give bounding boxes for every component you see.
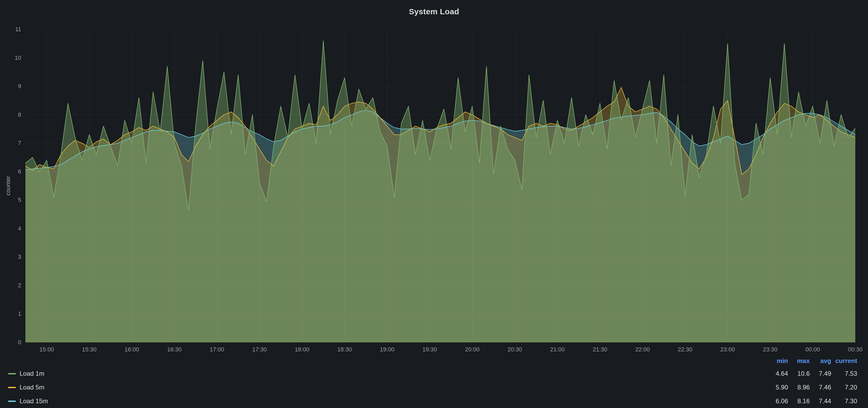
legend-swatch xyxy=(8,401,16,402)
x-tick-label: 20:30 xyxy=(499,346,531,353)
y-tick-label: 2 xyxy=(0,282,21,289)
legend-header-row: minmaxavgcurrent xyxy=(0,355,857,367)
legend-row-load-5m: Load 5m5.908.967.467.20 xyxy=(0,380,857,394)
y-tick-label: 8 xyxy=(0,111,21,118)
y-tick-label: 1 xyxy=(0,310,21,317)
x-tick-label: 22:30 xyxy=(669,346,701,353)
y-tick-label: 11 xyxy=(0,26,21,33)
x-tick-label: 18:00 xyxy=(286,346,318,353)
x-tick-label: 19:30 xyxy=(414,346,446,353)
legend-row-load-15m: Load 15m6.068.167.447.30 xyxy=(0,394,857,408)
x-tick-label: 16:30 xyxy=(159,346,190,353)
legend-header-current[interactable]: current xyxy=(831,357,857,365)
y-tick-label: 10 xyxy=(0,55,21,61)
legend-value-avg: 7.44 xyxy=(810,398,831,405)
legend-value-min: 6.06 xyxy=(764,398,788,405)
x-tick-label: 15:00 xyxy=(31,346,62,353)
y-tick-label: 0 xyxy=(0,339,21,346)
x-tick-label: 17:30 xyxy=(244,346,275,353)
legend-header-max[interactable]: max xyxy=(788,357,810,365)
y-tick-label: 5 xyxy=(0,197,21,203)
x-tick-label: 15:30 xyxy=(73,346,105,353)
x-tick-label: 23:00 xyxy=(712,346,744,353)
legend-header-avg[interactable]: avg xyxy=(810,357,831,365)
legend-value-current: 7.53 xyxy=(831,370,857,377)
y-tick-label: 6 xyxy=(0,168,21,175)
legend-value-max: 8.96 xyxy=(788,384,810,391)
legend: minmaxavgcurrentLoad 1m4.6410.67.497.53L… xyxy=(0,355,857,408)
x-tick-label: 16:00 xyxy=(116,346,148,353)
legend-value-avg: 7.49 xyxy=(810,370,831,377)
grafana-system-load-panel: { "panel": { "title": "System Load" }, "… xyxy=(0,0,868,408)
legend-value-max: 8.16 xyxy=(788,398,810,405)
legend-label: Load 15m xyxy=(20,398,48,405)
panel-title[interactable]: System Load xyxy=(0,0,868,23)
legend-swatch xyxy=(8,387,16,388)
y-tick-label: 9 xyxy=(0,83,21,90)
legend-label: Load 1m xyxy=(20,370,44,377)
legend-value-current: 7.20 xyxy=(831,384,857,391)
legend-header-min[interactable]: min xyxy=(764,357,788,365)
legend-value-avg: 7.46 xyxy=(810,384,831,391)
x-tick-label: 22:00 xyxy=(626,346,658,353)
x-tick-label: 21:30 xyxy=(584,346,616,353)
x-tick-label: 23:30 xyxy=(754,346,786,353)
legend-swatch xyxy=(8,373,16,374)
time-series-plot[interactable] xyxy=(25,29,855,342)
x-tick-label: 21:00 xyxy=(541,346,573,353)
legend-value-min: 5.90 xyxy=(764,384,788,391)
x-tick-label: 20:00 xyxy=(457,346,488,353)
legend-row-load-1m: Load 1m4.6410.67.497.53 xyxy=(0,367,857,380)
x-tick-label: 19:00 xyxy=(371,346,403,353)
legend-value-max: 10.6 xyxy=(788,370,810,377)
y-tick-label: 3 xyxy=(0,253,21,260)
legend-item-load-1m[interactable]: Load 1m xyxy=(8,370,764,377)
series-areas xyxy=(25,41,855,342)
legend-item-load-15m[interactable]: Load 15m xyxy=(8,398,764,405)
x-tick-label: 00:00 xyxy=(797,346,829,353)
x-tick-label: 18:30 xyxy=(329,346,361,353)
legend-value-current: 7.30 xyxy=(831,398,857,405)
series-area-load-1m xyxy=(25,41,855,342)
legend-label: Load 5m xyxy=(20,384,44,391)
legend-value-min: 4.64 xyxy=(764,370,788,377)
x-tick-label: 17:00 xyxy=(201,346,233,353)
legend-item-load-5m[interactable]: Load 5m xyxy=(8,384,764,391)
plot-area xyxy=(25,29,855,342)
y-tick-label: 7 xyxy=(0,140,21,146)
y-axis-label: counter xyxy=(5,176,12,195)
x-tick-label: 00:30 xyxy=(839,346,868,353)
y-tick-label: 4 xyxy=(0,225,21,232)
